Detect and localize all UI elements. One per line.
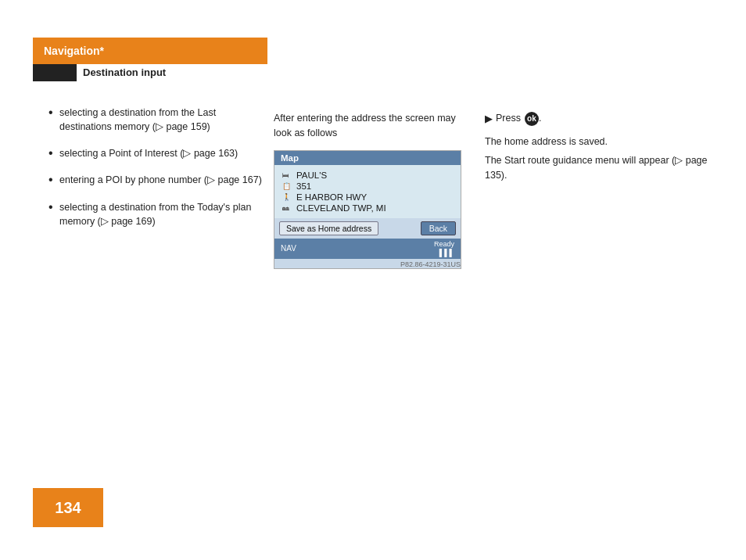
person-icon: 🚶 [282,193,293,201]
list-item: • selecting a destination from the Last … [48,106,267,134]
header-bar: Navigation* [33,38,267,64]
screen-row: 🏘 CLEVELAND TWP, MI [282,203,453,214]
house-icon: 🏘 [282,204,293,212]
bullet-dot: • [48,147,59,160]
screen-city: CLEVELAND TWP, MI [296,203,386,213]
screen-row: 📋 351 [282,181,453,192]
nav-signal: ▌▌▌ [434,249,454,257]
link-page: ▷ page 135 [485,155,707,181]
list-item: • selecting a destination from the Today… [48,200,267,228]
device-screen: Map 🛏 PAUL'S 📋 351 🚶 E HARBOR HWY 🏘 CLEV… [274,150,461,269]
bullet-dot: • [48,106,59,119]
bullet-dot: • [48,201,59,214]
screen-top-bar: Map [274,151,461,165]
link-2: ▷ page 163 [183,148,235,159]
right-text-1: The home address is saved. [485,135,719,149]
page-number-box: 134 [33,488,103,527]
bullet-dot: • [48,174,59,186]
bullet-text-4: selecting a destination from the Today's… [59,200,267,228]
section-label: Destination input [83,66,166,78]
nav-ready: Ready [434,240,454,249]
ok-badge: ok [525,112,539,126]
map-label: Map [281,153,299,163]
right-column: ▶ Press ok. The home address is saved. T… [485,111,719,183]
screen-row: 🛏 PAUL'S [282,170,453,181]
back-button[interactable]: Back [421,221,456,235]
bullet-list: • selecting a destination from the Last … [48,106,267,241]
nav-status: Ready ▌▌▌ [434,240,454,257]
link-3: ▷ page 167 [207,174,259,185]
bullet-text-1: selecting a destination from the Last de… [59,106,267,134]
screen-nav-bar: NAV Ready ▌▌▌ [274,239,461,259]
middle-text: After entering the address the screen ma… [274,113,456,138]
press-line: ▶ Press ok. [485,111,719,127]
arrow-icon: ▶ [485,111,493,127]
nav-label: NAV [281,244,296,253]
screen-buttons: Save as Home address Back [274,218,461,239]
header-title: Navigation* [44,45,104,57]
right-text-2: The Start route guidance menu will appea… [485,153,719,183]
screen-name: PAUL'S [296,171,327,180]
press-label: Press [496,111,521,126]
bullet-text-2: selecting a Point of Interest (▷ page 16… [59,146,267,160]
screen-row: 🚶 E HARBOR HWY [282,192,453,203]
page-number: 134 [55,499,81,517]
screen-content: 🛏 PAUL'S 📋 351 🚶 E HARBOR HWY 🏘 CLEVELAN… [274,165,461,218]
bed-icon: 🛏 [282,171,293,179]
bullet-text-3: entering a POI by phone number (▷ page 1… [59,173,267,187]
save-home-button[interactable]: Save as Home address [279,221,378,235]
list-item: • entering a POI by phone number (▷ page… [48,173,267,187]
screen-number: 351 [296,181,311,191]
screen-caption: P82.86-4219-31US [274,259,461,268]
screen-street: E HARBOR HWY [296,192,367,202]
link-1: ▷ page 159 [156,121,207,132]
section-bar [33,64,77,81]
list-item: • selecting a Point of Interest (▷ page … [48,146,267,160]
link-4: ▷ page 169 [101,216,152,227]
middle-description: After entering the address the screen ma… [274,111,461,141]
note-icon: 📋 [282,182,293,190]
